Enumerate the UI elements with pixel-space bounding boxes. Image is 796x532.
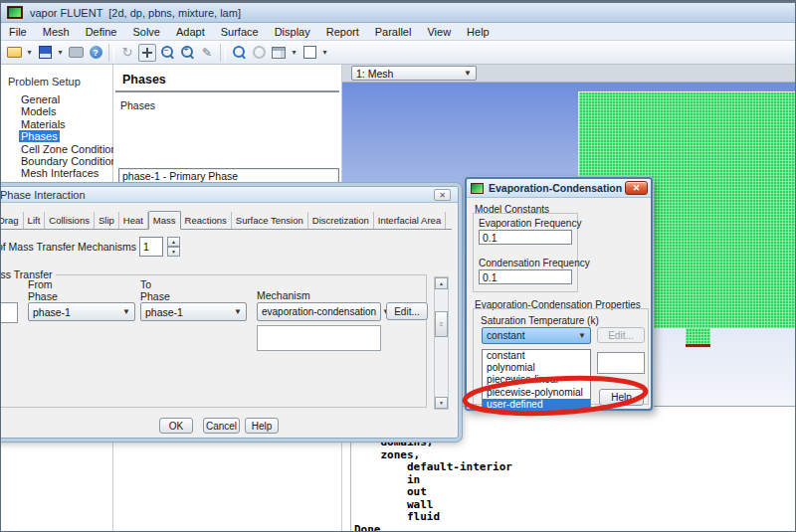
console-line: default-interior xyxy=(354,461,796,474)
to-phase-dropdown[interactable]: phase-1 ▼ xyxy=(140,302,247,321)
dropdown-arrow[interactable] xyxy=(56,44,65,62)
from-phase-value: phase-1 xyxy=(33,306,71,318)
menu-item[interactable]: Solve xyxy=(124,24,168,40)
phase-interaction-title-bar[interactable]: Phase Interaction xyxy=(0,187,458,203)
ok-button[interactable]: OK xyxy=(159,418,193,434)
help-button[interactable]: Help xyxy=(599,389,644,406)
dropdown-arrow[interactable] xyxy=(25,44,34,62)
dropdown-option[interactable]: constant xyxy=(483,350,590,362)
saturation-temperature-dropdown[interactable]: constant ▼ xyxy=(482,327,591,344)
tab[interactable]: Interfacial Area xyxy=(374,212,446,229)
tab[interactable]: Heat xyxy=(119,212,148,229)
menu-item[interactable]: Parallel xyxy=(367,24,420,40)
console-line: Done. xyxy=(354,524,796,532)
graphics-window-toolbar: 1: Mesh ▼ xyxy=(342,65,796,83)
nav-tree-item[interactable]: General xyxy=(1,93,112,105)
mechanism-column-header: Mechanism xyxy=(257,290,310,302)
close-icon[interactable]: ✕ xyxy=(434,189,451,201)
menu-item[interactable]: Report xyxy=(318,24,367,40)
views-icon[interactable] xyxy=(270,44,288,62)
lights-icon[interactable] xyxy=(250,44,268,62)
help-icon[interactable] xyxy=(87,44,104,62)
snapshot-icon[interactable] xyxy=(67,44,85,62)
tab[interactable]: Slip xyxy=(95,212,119,229)
dialog-title: Phase Interaction xyxy=(0,189,86,201)
nav-header: Problem Setup xyxy=(1,76,112,88)
phases-list-label: Phases xyxy=(113,92,341,113)
menu-item[interactable]: View xyxy=(419,24,459,40)
tab[interactable]: Reactions xyxy=(181,212,232,229)
tab[interactable]: Lift xyxy=(24,212,46,229)
tab[interactable]: Collisions xyxy=(45,212,95,229)
box-select-icon[interactable] xyxy=(300,44,318,62)
saturation-edit-button: Edit... xyxy=(597,327,645,343)
pan-icon[interactable] xyxy=(138,44,156,62)
chevron-down-icon: ▼ xyxy=(458,69,472,78)
mass-transfer-scrollbar[interactable]: ▲ ≡ ▼ xyxy=(434,276,449,410)
zoom-out-icon[interactable]: – xyxy=(158,44,176,62)
from-phase-dropdown[interactable]: phase-1 ▼ xyxy=(28,302,135,321)
condensation-frequency-label: Condensation Frequency xyxy=(479,258,590,268)
cancel-button[interactable]: Cancel xyxy=(203,418,240,434)
menu-item[interactable]: Help xyxy=(459,24,498,40)
help-button[interactable]: Help xyxy=(245,418,279,434)
scroll-down-icon[interactable]: ▼ xyxy=(435,397,448,409)
open-file-icon[interactable] xyxy=(5,44,23,62)
dropdown-arrow[interactable] xyxy=(290,44,298,62)
nav-tree-item[interactable]: Cell Zone Conditions xyxy=(1,143,112,155)
spinner-down-icon[interactable]: ▼ xyxy=(167,247,180,257)
chevron-down-icon: ▼ xyxy=(228,307,242,316)
scrollbar-thumb[interactable]: ≡ xyxy=(435,311,448,337)
fluent-app-icon xyxy=(7,6,23,19)
window-title-bar[interactable]: vapor FLUENT [2d, dp, pbns, mixture, lam… xyxy=(1,1,796,23)
evaporation-frequency-input[interactable] xyxy=(479,230,572,245)
fluent-main-window: vapor FLUENT [2d, dp, pbns, mixture, lam… xyxy=(0,0,796,532)
dropdown-option[interactable]: polynomial xyxy=(483,362,590,374)
nav-tree-item[interactable]: Mesh Interfaces xyxy=(1,167,112,179)
toolbar-separator[interactable] xyxy=(108,44,114,62)
nav-tree: General Models Materials Phases Cell Zon… xyxy=(1,93,112,192)
saturation-temperature-value: constant xyxy=(487,330,525,341)
magnify-icon[interactable] xyxy=(230,44,248,62)
nav-tree-item[interactable]: Materials xyxy=(1,118,112,130)
mechanism-dropdown[interactable]: evaporation-condensation ▼ xyxy=(257,302,381,321)
scroll-up-icon[interactable]: ▲ xyxy=(435,277,448,289)
menu-item[interactable]: Mesh xyxy=(35,24,78,40)
tab[interactable]: Drag xyxy=(0,212,24,229)
zoom-in-icon[interactable]: + xyxy=(178,44,196,62)
menu-item[interactable]: Surface xyxy=(213,24,267,40)
mechanisms-count-input[interactable] xyxy=(139,237,163,257)
mechanism-detail-field xyxy=(257,325,381,351)
saturation-temperature-label: Saturation Temperature (k) xyxy=(481,315,599,326)
fluent-app-icon xyxy=(471,183,484,194)
nav-tree-item[interactable]: Models xyxy=(1,105,112,117)
rotate-icon[interactable] xyxy=(118,44,136,62)
saturation-value-field[interactable] xyxy=(597,352,645,374)
menu-item[interactable]: Display xyxy=(267,24,318,40)
menu-item[interactable]: Define xyxy=(78,24,125,40)
save-icon[interactable] xyxy=(36,44,54,62)
tab[interactable]: Surface Tension xyxy=(232,212,308,229)
menu-item[interactable]: Adapt xyxy=(168,24,213,40)
dialog-title: Evaporation-Condensation ... xyxy=(489,182,634,194)
menu-item[interactable]: File xyxy=(1,24,35,40)
nav-tree-item[interactable]: Phases xyxy=(1,130,112,142)
tab[interactable]: Mass xyxy=(148,211,181,230)
dropdown-arrow[interactable] xyxy=(320,44,329,62)
toolbar-separator[interactable] xyxy=(220,44,226,62)
mesh-display-notch xyxy=(686,328,710,347)
probe-icon[interactable] xyxy=(198,44,216,62)
evap-dialog-title-bar[interactable]: Evaporation-Condensation ... xyxy=(467,179,651,198)
view-selector-dropdown[interactable]: 1: Mesh ▼ xyxy=(351,66,477,81)
spinner-up-icon[interactable]: ▲ xyxy=(167,237,180,247)
close-icon[interactable]: ✕ xyxy=(625,181,648,195)
nav-tree-item[interactable]: Boundary Conditions xyxy=(1,155,112,167)
condensation-frequency-input[interactable] xyxy=(479,269,572,284)
dropdown-option[interactable]: piecewise-polynomial xyxy=(483,387,590,399)
tab[interactable]: Discretization xyxy=(308,212,374,229)
dropdown-option[interactable]: piecewise-linear xyxy=(483,374,590,386)
phase-list-item[interactable]: phase-1 - Primary Phase xyxy=(122,171,338,183)
mechanism-edit-button[interactable]: Edit... xyxy=(386,302,428,320)
dropdown-option[interactable]: user-defined xyxy=(483,399,590,411)
console-line: fluid xyxy=(354,511,796,524)
